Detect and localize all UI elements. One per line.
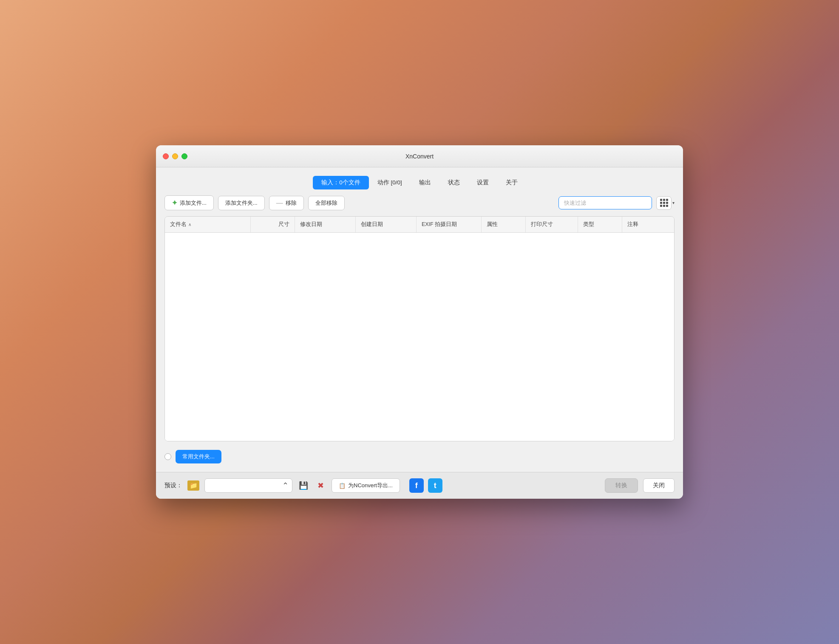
footer: 预设： 📁 ⌃ 💾 ✖ 📋 为NConvert导出... f t — [156, 472, 683, 499]
add-files-button[interactable]: ✦ 添加文件... — [164, 195, 214, 210]
col-print-label: 打印尺寸 — [531, 221, 553, 228]
add-files-label: 添加文件... — [180, 199, 207, 207]
table-header: 文件名 ∧ 尺寸 修改日期 创建日期 EXIF 拍摄日期 属性 — [165, 217, 674, 233]
main-window: XnConvert 输入：0个文件 动作 [0/0] 输出 状态 设置 关于 ✦… — [156, 145, 683, 499]
add-folder-button[interactable]: 添加文件夹... — [218, 196, 265, 210]
tab-input[interactable]: 输入：0个文件 — [313, 176, 369, 189]
toolbar: ✦ 添加文件... 添加文件夹... — 移除 全部移除 — [164, 195, 675, 210]
col-header-print[interactable]: 打印尺寸 — [526, 217, 578, 232]
remove-label: 移除 — [286, 199, 297, 207]
convert-button[interactable]: 转换 — [605, 478, 638, 493]
grid-icon — [660, 199, 668, 207]
close-label: 关闭 — [653, 482, 665, 489]
tab-settings[interactable]: 设置 — [468, 176, 497, 189]
preset-folder-button[interactable]: 📁 — [187, 480, 199, 491]
delete-icon: ✖ — [317, 481, 324, 490]
col-filename-label: 文件名 — [170, 221, 187, 228]
maximize-traffic-light[interactable] — [181, 153, 187, 159]
close-traffic-light[interactable] — [163, 153, 169, 159]
add-folder-label: 添加文件夹... — [225, 199, 258, 207]
preset-folder-icon: 📁 — [190, 482, 198, 489]
preset-input-wrapper: ⌃ — [204, 478, 292, 493]
traffic-lights — [163, 153, 187, 159]
remove-icon: — — [276, 199, 283, 207]
titlebar: XnConvert — [156, 145, 683, 167]
common-folder-button[interactable]: 常用文件夹... — [176, 450, 221, 463]
twitter-button[interactable]: t — [428, 478, 442, 493]
col-modified-label: 修改日期 — [300, 221, 322, 228]
preset-input[interactable] — [208, 483, 280, 489]
export-icon: 📋 — [339, 483, 346, 489]
tab-about[interactable]: 关于 — [497, 176, 526, 189]
content-area: 输入：0个文件 动作 [0/0] 输出 状态 设置 关于 ✦ 添加文件... 添… — [156, 167, 683, 472]
col-header-created[interactable]: 创建日期 — [356, 217, 417, 232]
col-exif-label: EXIF 拍摄日期 — [422, 221, 457, 228]
add-files-icon: ✦ — [172, 199, 177, 207]
close-button[interactable]: 关闭 — [643, 478, 675, 493]
bottom-bar: 常用文件夹... — [164, 447, 675, 463]
facebook-icon: f — [415, 481, 418, 490]
export-button[interactable]: 📋 为NConvert导出... — [332, 478, 400, 493]
tab-status[interactable]: 状态 — [439, 176, 468, 189]
preset-delete-button[interactable]: ✖ — [315, 480, 326, 491]
common-folder-label: 常用文件夹... — [182, 453, 215, 460]
tab-output[interactable]: 输出 — [411, 176, 439, 189]
twitter-icon: t — [434, 481, 437, 490]
col-type-label: 类型 — [583, 221, 594, 228]
convert-label: 转换 — [615, 482, 627, 489]
export-label: 为NConvert导出... — [348, 482, 393, 489]
col-header-attr[interactable]: 属性 — [482, 217, 526, 232]
col-header-exif[interactable]: EXIF 拍摄日期 — [417, 217, 482, 232]
col-created-label: 创建日期 — [361, 221, 383, 228]
grid-btn-wrapper: ▾ — [656, 196, 675, 210]
table-body — [165, 233, 674, 441]
preset-save-button[interactable]: 💾 — [298, 480, 309, 491]
minimize-traffic-light[interactable] — [172, 153, 178, 159]
preset-label: 预设： — [164, 482, 182, 489]
common-folder-checkbox[interactable] — [164, 453, 171, 460]
save-icon: 💾 — [299, 481, 308, 490]
remove-button[interactable]: — 移除 — [269, 196, 304, 210]
facebook-button[interactable]: f — [409, 478, 424, 493]
tabs-bar: 输入：0个文件 动作 [0/0] 输出 状态 设置 关于 — [164, 176, 675, 189]
col-header-note[interactable]: 注释 — [622, 217, 674, 232]
remove-all-label: 全部移除 — [315, 199, 337, 207]
social-icons: f t — [409, 478, 442, 493]
col-attr-label: 属性 — [487, 221, 498, 228]
col-header-filename[interactable]: 文件名 ∧ — [165, 217, 251, 232]
col-note-label: 注释 — [627, 221, 638, 228]
col-header-type[interactable]: 类型 — [578, 217, 622, 232]
col-header-modified[interactable]: 修改日期 — [295, 217, 356, 232]
remove-all-button[interactable]: 全部移除 — [308, 196, 345, 210]
col-header-size[interactable]: 尺寸 — [251, 217, 295, 232]
file-table: 文件名 ∧ 尺寸 修改日期 创建日期 EXIF 拍摄日期 属性 — [164, 216, 675, 441]
sort-arrow-filename: ∧ — [188, 222, 191, 227]
preset-dropdown-arrow[interactable]: ⌃ — [282, 481, 289, 490]
filter-input[interactable] — [558, 196, 652, 209]
window-title: XnConvert — [405, 153, 434, 160]
tab-actions[interactable]: 动作 [0/0] — [369, 176, 411, 189]
col-size-label: 尺寸 — [278, 221, 289, 228]
grid-dropdown-arrow[interactable]: ▾ — [672, 201, 675, 205]
grid-view-button[interactable] — [656, 196, 672, 210]
